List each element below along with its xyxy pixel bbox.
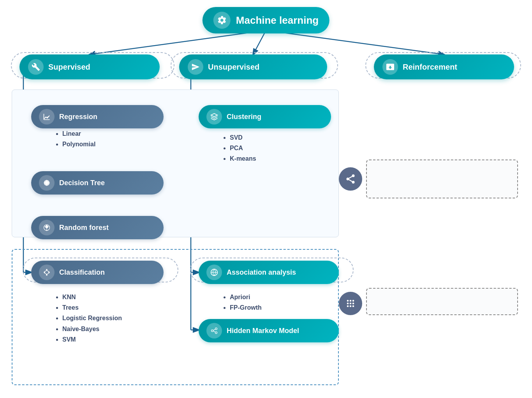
diagram-container: Machine learning Supervised Unsupervised… (0, 0, 532, 398)
reinforcement-label: Reinforcement (403, 63, 457, 72)
machine-learning-node: Machine learning (203, 7, 329, 33)
svg-line-20 (44, 273, 47, 274)
assoc-bullet-apriori: Apriori (230, 292, 262, 302)
clustering-bullets: SVD PCA K-means (222, 132, 256, 164)
association-node: Association analysis (199, 261, 339, 284)
cluster-bullet-svd: SVD (230, 132, 256, 143)
paper-plane-icon (188, 59, 203, 75)
wrench-icon (28, 59, 44, 75)
share-icon-node (339, 167, 362, 191)
tree-icon (39, 175, 55, 191)
svg-point-36 (350, 305, 352, 307)
class-bullet-knn: KNN (62, 292, 122, 302)
reinforcement-placeholder-1 (366, 160, 518, 198)
clustering-node: Clustering (199, 105, 331, 128)
decision-tree-node: Decision Tree (31, 171, 164, 195)
svg-line-19 (47, 270, 49, 272)
svg-point-27 (347, 178, 349, 181)
classification-label: Classification (59, 268, 105, 277)
hidden-markov-label: Hidden Markov Model (227, 327, 299, 335)
supervised-label: Supervised (48, 63, 90, 72)
svg-point-23 (211, 330, 213, 332)
svg-point-35 (347, 305, 349, 307)
association-bullets: Apriori FP-Growth (222, 292, 262, 313)
regression-bullet-linear: Linear (62, 128, 95, 139)
regression-bullets: Linear Polynomial (55, 128, 95, 149)
machine-learning-label: Machine learning (236, 14, 319, 26)
svg-rect-15 (44, 272, 45, 273)
svg-point-30 (350, 300, 352, 302)
svg-point-32 (347, 303, 349, 305)
svg-point-25 (215, 332, 217, 334)
association-label: Association analysis (227, 268, 296, 277)
svg-point-28 (352, 181, 355, 184)
class-bullet-naive: Naive-Bayes (62, 324, 122, 334)
globe-icon (206, 265, 222, 280)
regression-bullet-polynomial: Polynomial (62, 139, 95, 149)
markov-icon (206, 323, 222, 338)
random-forest-node: Random forest (31, 216, 164, 239)
regression-label: Regression (59, 113, 97, 121)
gear-icon (213, 12, 231, 29)
forest-icon (39, 220, 55, 235)
svg-point-33 (350, 303, 352, 305)
svg-rect-14 (46, 269, 47, 270)
classification-icon (39, 265, 55, 280)
clustering-label: Clustering (227, 113, 261, 121)
cluster-bullet-pca: PCA (230, 143, 256, 153)
class-bullet-logistic: Logistic Regression (62, 313, 122, 323)
reinforcement-icon (382, 59, 398, 75)
decision-tree-label: Decision Tree (59, 179, 105, 187)
svg-point-37 (352, 305, 354, 307)
classification-bullets: KNN Trees Logistic Regression Naive-Baye… (55, 292, 122, 345)
chart-icon (39, 109, 55, 124)
reinforcement-node: Reinforcement (374, 54, 514, 79)
cluster-bullet-kmeans: K-means (230, 153, 256, 164)
svg-line-21 (47, 273, 49, 274)
unsupervised-node: Unsupervised (179, 54, 327, 79)
svg-line-18 (44, 270, 47, 272)
regression-node: Regression (31, 105, 164, 128)
reinforcement-placeholder-2 (366, 288, 518, 315)
svg-point-29 (347, 300, 349, 302)
svg-line-2 (266, 30, 444, 54)
supervised-node: Supervised (19, 54, 160, 79)
assoc-bullet-fpgrowth: FP-Growth (230, 302, 262, 313)
svg-point-34 (352, 303, 354, 305)
unsupervised-label: Unsupervised (208, 63, 259, 72)
hidden-markov-node: Hidden Markov Model (199, 319, 339, 342)
layers-icon (206, 109, 222, 124)
random-forest-label: Random forest (59, 224, 109, 232)
svg-point-26 (352, 174, 355, 177)
svg-line-1 (253, 30, 266, 54)
svg-rect-17 (46, 274, 47, 275)
svg-point-31 (352, 300, 354, 302)
svg-rect-16 (48, 272, 49, 273)
svg-line-0 (90, 30, 266, 54)
svg-point-24 (215, 328, 217, 330)
class-bullet-svm: SVM (62, 334, 122, 345)
class-bullet-trees: Trees (62, 302, 122, 313)
grid-icon-node (339, 292, 362, 315)
classification-node: Classification (31, 261, 164, 284)
